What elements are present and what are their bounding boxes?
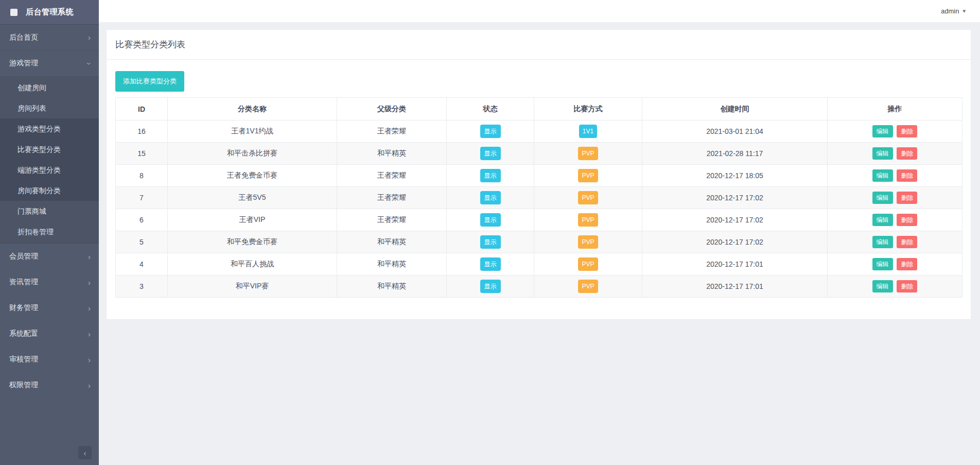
delete-button[interactable]: 删除 [897,125,917,137]
delete-button[interactable]: 删除 [897,258,917,270]
sidebar-item-finance[interactable]: 财务管理 › [0,295,99,321]
cell-created: 2021-02-28 11:17 [642,143,828,165]
cell-created: 2020-12-17 17:02 [642,231,828,253]
mode-badge: 1V1 [579,125,597,138]
chevron-right-icon: › [88,304,91,312]
status-badge[interactable]: 显示 [480,169,501,182]
delete-button[interactable]: 删除 [897,214,917,226]
cell-parent: 王者荣耀 [337,187,447,209]
mode-badge: PVP [578,191,598,204]
edit-button[interactable]: 编辑 [872,147,893,160]
sidebar-item-create-room[interactable]: 创建房间 [0,77,99,98]
table-row: 7 王者5V5 王者荣耀 显示 PVP 2020-12-17 17:02 编辑 … [116,187,962,209]
sidebar-item-label: 游戏管理 [9,59,38,68]
sidebar-item-news[interactable]: 资讯管理 › [0,269,99,295]
header-id: ID [116,98,168,120]
edit-button[interactable]: 编辑 [872,192,893,204]
chevron-down-icon: › [85,62,93,65]
card-header: 比赛类型分类列表 [107,30,971,60]
cell-created: 2020-12-17 17:01 [642,253,828,275]
cell-name: 和平百人挑战 [168,253,337,275]
edit-button[interactable]: 编辑 [872,125,893,137]
sidebar-item-game[interactable]: 游戏管理 › [0,50,99,76]
status-badge[interactable]: 显示 [480,125,501,138]
header-mode: 比赛方式 [534,98,642,120]
table-row: 15 和平击杀比拼赛 和平精英 显示 PVP 2021-02-28 11:17 … [116,143,962,165]
sidebar-item-game-type-category[interactable]: 游戏类型分类 [0,118,99,139]
edit-button[interactable]: 编辑 [872,236,893,248]
table-row: 5 和平免费金币赛 和平精英 显示 PVP 2020-12-17 17:02 编… [116,231,962,253]
delete-button[interactable]: 删除 [897,280,917,292]
content-card: 比赛类型分类列表 添加比赛类型分类 ID 分类名称 父级分类 状态 比赛方式 创… [107,30,971,319]
cell-created: 2021-03-01 21:04 [642,120,828,143]
table-header-row: ID 分类名称 父级分类 状态 比赛方式 创建时间 操作 [116,98,962,120]
cell-id: 7 [116,187,168,209]
sidebar-item-label: 资讯管理 [9,278,38,287]
sidebar-item-match-type-category[interactable]: 比赛类型分类 [0,139,99,160]
cell-parent: 和平精英 [337,253,447,275]
sidebar-item-coupon-management[interactable]: 折扣卷管理 [0,221,99,242]
sidebar-nav: 后台首页 › 游戏管理 › 创建房间 房间列表 游戏类型分类 比赛类型分类 端游… [0,25,99,398]
user-dropdown[interactable]: admin ▾ [941,0,966,22]
delete-button[interactable]: 删除 [897,169,917,182]
sidebar-item-label: 后台首页 [9,33,38,42]
mode-badge: PVP [578,280,598,293]
sidebar-item-room-format-category[interactable]: 房间赛制分类 [0,180,99,201]
caret-down-icon: ▾ [962,8,966,14]
sidebar-item-pc-game-type-category[interactable]: 端游类型分类 [0,160,99,180]
edit-button[interactable]: 编辑 [872,214,893,226]
match-type-table: ID 分类名称 父级分类 状态 比赛方式 创建时间 操作 16 王者1V1约战 … [115,97,962,298]
cell-name: 和平击杀比拼赛 [168,143,337,165]
game-submenu: 创建房间 房间列表 游戏类型分类 比赛类型分类 端游类型分类 房间赛制分类 门票… [0,76,99,244]
cell-parent: 王者荣耀 [337,120,447,143]
cell-id: 8 [116,165,168,187]
sidebar-item-ticket-mall[interactable]: 门票商城 [0,201,99,221]
sidebar-item-members[interactable]: 会员管理 › [0,244,99,269]
cell-name: 王者1V1约战 [168,120,337,143]
edit-button[interactable]: 编辑 [872,169,893,182]
table-row: 3 和平VIP赛 和平精英 显示 PVP 2020-12-17 17:01 编辑… [116,275,962,298]
chevron-right-icon: › [88,330,91,338]
sidebar-item-audit[interactable]: 审核管理 › [0,347,99,372]
cell-name: 王者免费金币赛 [168,165,337,187]
app-title: 后台管理系统 [26,7,74,17]
sidebar-item-label: 审核管理 [9,355,38,364]
cell-created: 2020-12-17 17:02 [642,209,828,231]
logo-icon [10,9,18,16]
delete-button[interactable]: 删除 [897,236,917,248]
cell-parent: 和平精英 [337,143,447,165]
cell-id: 16 [116,120,168,143]
table-row: 16 王者1V1约战 王者荣耀 显示 1V1 2021-03-01 21:04 … [116,120,962,143]
status-badge[interactable]: 显示 [480,257,501,271]
delete-button[interactable]: 删除 [897,147,917,160]
cell-id: 6 [116,209,168,231]
status-badge[interactable]: 显示 [480,280,501,293]
cell-name: 王者VIP [168,209,337,231]
status-badge[interactable]: 显示 [480,213,501,227]
chevron-right-icon: › [88,279,91,286]
cell-parent: 和平精英 [337,231,447,253]
sidebar-item-label: 权限管理 [9,381,38,390]
sidebar-item-room-list[interactable]: 房间列表 [0,98,99,118]
sidebar-item-label: 会员管理 [9,252,38,261]
chevron-right-icon: › [88,382,91,389]
status-badge[interactable]: 显示 [480,191,501,204]
edit-button[interactable]: 编辑 [872,280,893,292]
sidebar-item-label: 财务管理 [9,303,38,313]
chevron-right-icon: › [88,33,91,41]
add-match-type-button[interactable]: 添加比赛类型分类 [115,71,184,92]
sidebar-item-home[interactable]: 后台首页 › [0,25,99,50]
chevron-right-icon: › [88,356,91,364]
collapse-sidebar-button[interactable]: ‹ [78,446,92,459]
delete-button[interactable]: 删除 [897,192,917,204]
chevron-left-icon: ‹ [84,449,86,457]
header-created: 创建时间 [642,98,828,120]
sidebar-item-permissions[interactable]: 权限管理 › [0,372,99,398]
status-badge[interactable]: 显示 [480,235,501,249]
username: admin [941,7,959,15]
mode-badge: PVP [578,169,598,182]
sidebar-item-system-config[interactable]: 系统配置 › [0,321,99,347]
edit-button[interactable]: 编辑 [872,258,893,270]
cell-id: 4 [116,253,168,275]
status-badge[interactable]: 显示 [480,147,501,160]
